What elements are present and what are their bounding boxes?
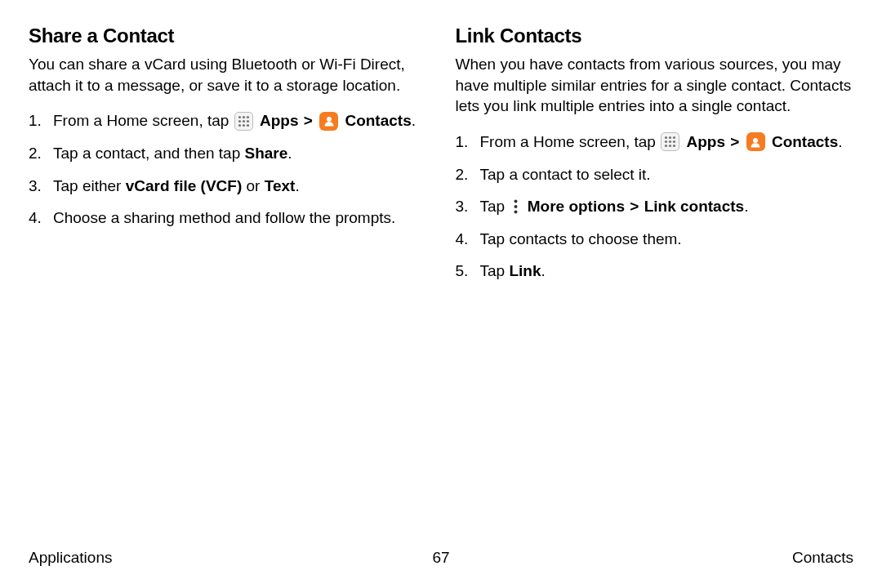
svg-point-6 [238,124,241,127]
contacts-label: Contacts [772,133,838,150]
step-text: or [242,177,264,194]
svg-point-8 [247,124,249,127]
left-column: Share a Contact You can share a vCard us… [29,24,427,293]
svg-point-11 [669,136,671,139]
step-text: From a Home screen, tap [480,133,661,150]
svg-point-14 [669,140,671,143]
right-column: Link Contacts When you have contacts fro… [456,24,854,293]
chevron-right-icon: > [630,198,639,215]
step-text: Tap either [53,177,126,194]
page-columns: Share a Contact You can share a vCard us… [29,24,853,293]
svg-point-7 [243,124,245,127]
link-step-1: From a Home screen, tap Apps > Contacts. [456,131,854,153]
svg-point-16 [665,145,667,147]
footer-right: Contacts [792,549,853,567]
step-end: . [541,262,545,279]
chevron-right-icon: > [730,133,739,150]
svg-point-0 [238,116,241,118]
svg-point-19 [753,138,758,143]
link-contacts-heading: Link Contacts [456,24,854,47]
step-text: Tap [480,198,510,215]
share-step-2: Tap a contact, and then tap Share. [29,143,427,164]
svg-point-13 [665,140,667,143]
contacts-label: Contacts [345,112,411,129]
share-step-4: Choose a sharing method and follow the p… [29,207,427,229]
svg-point-22 [514,211,517,214]
link-step-2: Tap a contact to select it. [456,164,854,185]
share-label: Share [245,145,288,162]
contacts-icon [746,132,765,151]
svg-point-2 [247,116,249,118]
link-contacts-label: Link contacts [644,198,744,215]
link-label: Link [509,262,541,279]
svg-point-17 [669,145,671,147]
step-text: Tap a contact, and then tap [53,145,245,162]
share-contact-heading: Share a Contact [29,24,427,47]
apps-icon [234,112,253,131]
svg-point-9 [327,117,332,122]
share-step-3: Tap either vCard file (VCF) or Text. [29,176,427,197]
svg-point-20 [514,200,517,203]
share-contact-steps: From a Home screen, tap Apps > Contacts.… [29,110,427,229]
share-contact-intro: You can share a vCard using Bluetooth or… [29,54,427,96]
more-options-label: More options [528,198,625,215]
step-text: Tap [480,262,510,279]
chevron-right-icon: > [304,112,313,129]
page-footer: Applications 67 Contacts [29,549,853,567]
link-contacts-steps: From a Home screen, tap Apps > Contacts.… [456,131,854,282]
svg-point-12 [673,136,675,139]
step-end: . [295,177,299,194]
page-number: 67 [432,549,449,567]
link-step-3: Tap More options > Link contacts. [456,196,854,217]
contacts-icon [319,112,338,131]
vcard-label: vCard file (VCF) [126,177,243,194]
step-text: From a Home screen, tap [53,112,234,129]
step-end: . [412,112,416,129]
svg-point-1 [243,116,245,118]
step-end: . [838,133,842,150]
link-step-4: Tap contacts to choose them. [456,229,854,250]
apps-label: Apps [686,133,725,150]
svg-point-3 [238,120,241,122]
footer-left: Applications [29,549,112,567]
share-step-1: From a Home screen, tap Apps > Contacts. [29,110,427,131]
apps-label: Apps [260,112,299,129]
svg-point-21 [514,205,517,208]
link-step-5: Tap Link. [456,261,854,282]
more-options-icon [510,198,521,216]
svg-point-10 [665,136,667,139]
svg-point-18 [673,145,675,147]
text-label: Text [265,177,296,194]
step-end: . [744,198,748,215]
svg-point-4 [243,120,245,122]
link-contacts-intro: When you have contacts from various sour… [456,54,854,117]
svg-point-15 [673,140,675,143]
step-end: . [287,145,292,162]
apps-icon [661,132,679,151]
svg-point-5 [247,120,249,122]
